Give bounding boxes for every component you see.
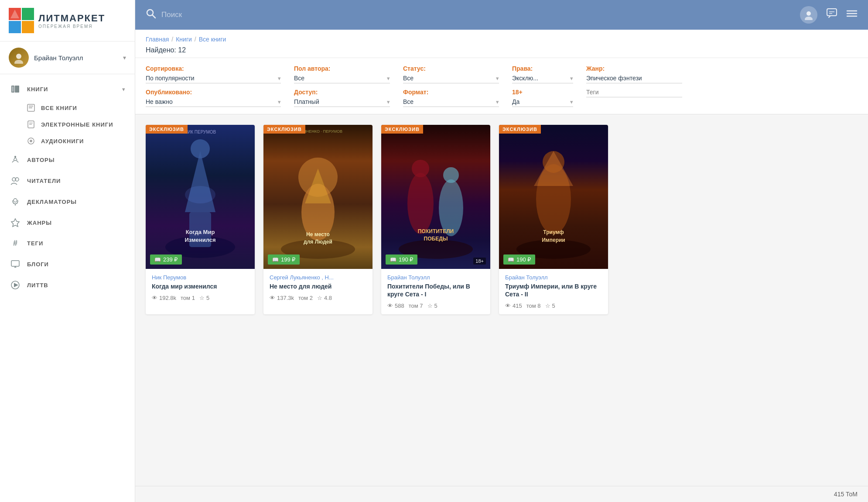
svg-rect-32 xyxy=(827,9,837,16)
sidebar-item-readers[interactable]: ЧИТАТЕЛИ xyxy=(0,170,135,191)
svg-rect-25 xyxy=(11,261,19,266)
filter-status: Статус: Все ▾ xyxy=(403,65,499,83)
filter-access-value: Платный xyxy=(294,98,384,105)
book-card[interactable]: ЭКСКЛЮЗИВ Триумф Империи 📖 190 ₽Брайан Т… xyxy=(499,125,608,314)
filter-published-chevron-icon: ▾ xyxy=(278,99,281,105)
sidebar-user[interactable]: Брайан Толуэлл ▾ xyxy=(0,41,135,74)
filter-status-label: Статус: xyxy=(403,65,499,72)
filter-rights-select[interactable]: Эксклю... ▾ xyxy=(512,75,573,83)
sidebar-item-audiobooks[interactable]: АУДИОКНИГИ xyxy=(0,133,135,149)
rating-value: 5 xyxy=(206,295,209,301)
rating-value: 5 xyxy=(434,303,437,309)
readers-label: ЧИТАТЕЛИ xyxy=(27,178,125,184)
book-author[interactable]: Брайан Толуэлл xyxy=(387,274,484,281)
filter-rights-value: Эксклю... xyxy=(512,75,567,82)
svg-point-6 xyxy=(14,60,23,64)
book-card[interactable]: ЭКСКЛЮЗИВ Когда Мир Изменился НИК ПЕРУМО… xyxy=(146,125,255,314)
sidebar-item-tags[interactable]: # ТЕГИ xyxy=(0,233,135,254)
filter-genre-select[interactable]: Эпическое фэнтези xyxy=(586,75,682,83)
filter-author-gender-label: Пол автора: xyxy=(294,65,390,72)
logo-text: ЛИТМАРКЕТ ОПЕРЕЖАЯ ВРЕМЯ xyxy=(38,13,105,29)
sidebar-item-blogs[interactable]: БЛОГИ xyxy=(0,254,135,275)
svg-text:Не место: Не место xyxy=(306,231,330,237)
book-views: 👁 192.8k xyxy=(152,295,176,301)
svg-rect-9 xyxy=(15,86,19,93)
filter-status-chevron-icon: ▾ xyxy=(496,75,499,82)
filter-published-label: Опубликовано: xyxy=(146,89,281,96)
all-books-label: ВСЕ КНИГИ xyxy=(41,105,77,111)
book-rating: ☆ 4.8 xyxy=(317,295,332,301)
header-user-icon[interactable] xyxy=(800,6,817,24)
filter-published-value: Не важно xyxy=(146,98,275,105)
menu-icon[interactable] xyxy=(846,8,858,22)
tags-label: ТЕГИ xyxy=(27,240,125,247)
sidebar-item-narrators[interactable]: ДЕКЛАМАТОРЫ xyxy=(0,191,135,212)
tags-icon: # xyxy=(10,239,21,248)
filter-access-chevron-icon: ▾ xyxy=(387,99,390,105)
sidebar-item-littv[interactable]: ЛИТТВ xyxy=(0,275,135,296)
books-chevron-icon: ▾ xyxy=(122,86,125,93)
book-stats: 👁 137.3k том 2 ☆ 4.8 xyxy=(270,295,366,301)
filter-age18-label: 18+ xyxy=(512,89,573,96)
chat-icon[interactable] xyxy=(826,8,837,22)
filter-access-select[interactable]: Платный ▾ xyxy=(294,98,390,107)
svg-text:для Людей: для Людей xyxy=(304,239,332,245)
views-count: 137.3k xyxy=(277,295,294,301)
star-icon: ☆ xyxy=(199,295,205,301)
book-rating: ☆ 5 xyxy=(545,303,555,309)
found-count: Найдено: 12 xyxy=(146,46,858,54)
svg-marker-24 xyxy=(11,219,19,227)
sidebar-logo: ЛИТМАРКЕТ ОПЕРЕЖАЯ ВРЕМЯ xyxy=(0,0,135,41)
book-card[interactable]: ЭКСКЛЮЗИВ ПОХИТИТЕЛИ ПОБЕДЫ 📖 190 ₽18+Бр… xyxy=(381,125,490,314)
filter-author-gender-select[interactable]: Все ▾ xyxy=(294,75,390,83)
filter-age18-value: Да xyxy=(512,98,567,105)
book-views: 👁 137.3k xyxy=(270,295,294,301)
authors-label: АВТОРЫ xyxy=(27,157,125,163)
book-author[interactable]: Сергей Лукьяненко , Н... xyxy=(270,274,366,281)
filter-age18-select[interactable]: Да ▾ xyxy=(512,98,573,107)
sidebar-item-all-books[interactable]: ВСЕ КНИГИ xyxy=(0,100,135,116)
narrators-label: ДЕКЛАМАТОРЫ xyxy=(27,199,125,205)
filter-published-select[interactable]: Не важно ▾ xyxy=(146,98,281,107)
svg-point-40 xyxy=(191,139,210,158)
filter-format-select[interactable]: Все ▾ xyxy=(403,98,499,107)
svg-rect-3 xyxy=(22,21,34,33)
svg-text:Империи: Империи xyxy=(542,237,565,243)
filter-format-chevron-icon: ▾ xyxy=(496,99,499,105)
filter-tags-input[interactable] xyxy=(586,89,682,97)
book-author[interactable]: Ник Перумов xyxy=(152,274,249,281)
audiobooks-icon xyxy=(26,137,36,145)
volume-label: том 8 xyxy=(526,303,541,309)
svg-marker-27 xyxy=(14,283,18,287)
search-container xyxy=(146,8,451,21)
book-title: Похитители Победы, или В круге Сета - I xyxy=(387,282,484,298)
breadcrumb-books[interactable]: Книги xyxy=(176,36,192,43)
svg-point-5 xyxy=(16,54,21,59)
book-volume: том 8 xyxy=(526,303,541,309)
book-volume: том 1 xyxy=(181,295,195,301)
search-input[interactable] xyxy=(161,10,451,19)
sidebar-item-genres[interactable]: ЖАНРЫ xyxy=(0,212,135,233)
exclusive-badge: ЭКСКЛЮЗИВ xyxy=(381,125,423,134)
svg-rect-11 xyxy=(29,106,33,107)
sidebar-item-books[interactable]: КНИГИ ▾ xyxy=(0,79,135,100)
book-stats: 👁 415 том 8 ☆ 5 xyxy=(505,303,602,309)
breadcrumb-home[interactable]: Главная xyxy=(146,36,169,43)
sidebar-item-authors[interactable]: АВТОРЫ xyxy=(0,149,135,170)
svg-point-54 xyxy=(407,173,434,234)
readers-icon xyxy=(10,176,21,186)
filter-status-value: Все xyxy=(403,75,493,82)
narrators-icon xyxy=(10,197,21,206)
filter-status-select[interactable]: Все ▾ xyxy=(403,75,499,83)
sidebar-item-ebooks[interactable]: ЭЛЕКТРОННЫЕ КНИГИ xyxy=(0,116,135,133)
logo-icon xyxy=(9,8,34,33)
audiobooks-label: АУДИОКНИГИ xyxy=(41,138,84,144)
filter-sort-select[interactable]: По популярности ▾ xyxy=(146,75,281,83)
filter-access-label: Доступ: xyxy=(294,89,390,96)
littv-icon xyxy=(10,280,21,290)
books-icon xyxy=(10,84,21,94)
main-content: Главная / Книги / Все книги Найдено: 12 … xyxy=(135,0,868,502)
book-card[interactable]: ЭКСКЛЮЗИВ Не место для Людей ЛУКЬЯНЕНКО … xyxy=(263,125,372,314)
star-icon: ☆ xyxy=(545,303,550,309)
book-author[interactable]: Брайан Толуэлл xyxy=(505,274,602,281)
